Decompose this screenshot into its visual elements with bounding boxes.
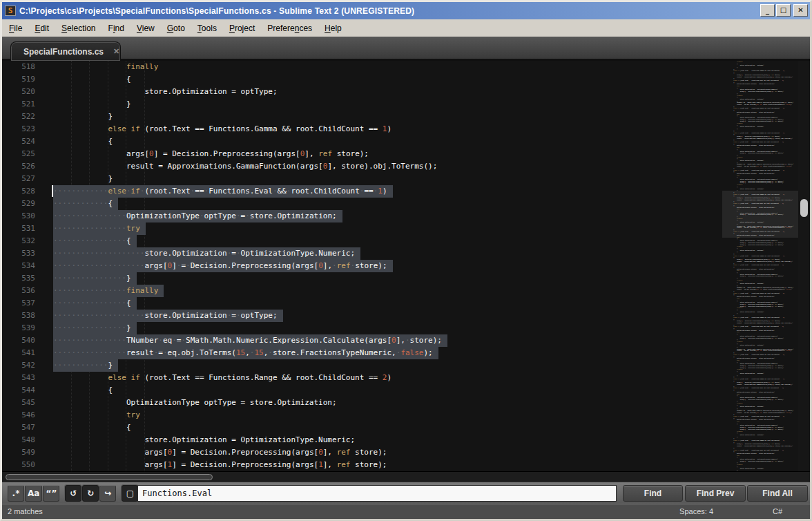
code-line[interactable]: 527 } [2,173,722,185]
line-number: 523 [2,123,35,135]
match-count: 2 matches [8,507,43,515]
code-line[interactable]: 548 store.Optimization = OptimizationTyp… [2,434,722,446]
window: S C:\Projects\cs\Projects\SpecialFunctio… [0,0,812,521]
wrap-toggle[interactable]: ↺ [65,485,81,502]
code-lines[interactable]: 518 finally519 {520 store.Optimization =… [2,61,722,471]
find-bar: .*Aa“”↺↻↪▢ Find Find Prev Find All [2,482,810,504]
line-number: 519 [2,73,35,86]
menu-item-help[interactable]: Help [319,21,347,35]
find-input[interactable] [137,485,617,502]
line-number: 548 [2,434,35,446]
line-number: 536 [2,285,35,297]
syntax-indicator[interactable]: C# [773,507,782,515]
find-button[interactable]: Find [623,485,683,502]
code-line[interactable]: 536················finally [2,285,722,297]
vertical-scrollbar[interactable] [798,61,810,471]
code-line[interactable]: 537················{ [2,297,722,310]
code-line[interactable]: 522 } [2,111,722,123]
menu-bar: FileEditSelectionFindViewGotoToolsProjec… [2,19,810,37]
line-number: 540 [2,334,35,347]
text-caret [52,185,53,197]
line-number: 542 [2,359,35,372]
status-bar: 2 matches Spaces: 4 C# [2,504,810,519]
code-line[interactable]: 538····················store.Optimizatio… [2,310,722,322]
code-line[interactable]: 542············} [2,359,722,372]
code-line[interactable]: 532················{ [2,235,722,247]
code-line[interactable]: 540················TNumber·eq·=·SMath.Ma… [2,334,722,347]
menu-item-file[interactable]: File [3,21,28,35]
line-number: 521 [2,98,35,111]
horizontal-scrollbar[interactable] [2,471,810,482]
tab-close-icon[interactable]: ✕ [113,47,119,56]
find-prev-button[interactable]: Find Prev [685,485,746,502]
code-line[interactable]: 539················} [2,322,722,334]
code-line[interactable]: 549 args[0] = Decision.Preprocessing(arg… [2,446,722,459]
line-number: 546 [2,409,35,421]
code-line[interactable]: 529············{ [2,198,722,210]
code-line[interactable]: 541················result·=·eq.obj.ToTer… [2,347,722,359]
code-line[interactable]: 534····················args[0]·=·Decisio… [2,260,722,272]
app-icon: S [5,6,16,16]
tab-label: SpecialFunctions.cs [11,47,104,57]
menu-item-find[interactable]: Find [103,21,130,35]
code-line[interactable]: 543 else if (root.Text == Functions.Rang… [2,372,722,384]
line-number: 541 [2,347,35,359]
regex-toggle[interactable]: .* [8,485,24,502]
menu-item-preferences[interactable]: Preferences [262,21,318,35]
title-bar[interactable]: S C:\Projects\cs\Projects\SpecialFunctio… [2,2,810,19]
code-line[interactable]: 523 else if (root.Text == Functions.Gamm… [2,123,722,135]
maximize-button[interactable]: □ [776,4,791,17]
vertical-scrollbar-thumb[interactable] [800,199,808,217]
line-number: 544 [2,384,35,397]
minimap-content: finally { store.Optimization = optType; … [724,61,798,471]
highlight-matches-toggle[interactable]: ▢ [122,485,138,502]
line-number: 532 [2,235,35,247]
line-number: 528 [2,185,35,198]
close-button[interactable]: ✕ [793,4,808,17]
code-line[interactable]: 524 { [2,135,722,148]
case-sensitive-toggle[interactable]: Aa [25,485,42,502]
code-line[interactable]: 544 { [2,384,722,397]
find-all-button[interactable]: Find All [747,485,808,502]
minimap-viewport[interactable] [722,191,798,238]
horizontal-scrollbar-thumb[interactable] [6,474,213,480]
in-selection-toggle[interactable]: ↻ [82,485,99,502]
code-line[interactable]: 546 try [2,409,722,421]
code-line[interactable]: 525 args[0] = Decision.Preprocessing(arg… [2,148,722,160]
use-buffer-toggle[interactable]: ↪ [99,485,116,502]
code-line[interactable]: 533····················store.Optimizatio… [2,247,722,260]
spaces-indicator[interactable]: Spaces: 4 [679,507,713,515]
code-line[interactable]: 530················OptimizationType·optT… [2,210,722,222]
line-number: 538 [2,310,35,322]
menu-item-project[interactable]: Project [224,21,260,35]
code-line[interactable]: 521 } [2,98,722,111]
menu-item-view[interactable]: View [131,21,160,35]
whole-word-toggle[interactable]: “” [43,485,59,502]
menu-item-edit[interactable]: Edit [29,21,55,35]
menu-item-goto[interactable]: Goto [162,21,191,35]
code-line[interactable]: 550 args[1] = Decision.Preprocessing(arg… [2,459,722,471]
code-line[interactable]: 526 result = Approximations.GammaFunctio… [2,160,722,173]
code-line[interactable]: 547 { [2,421,722,434]
line-number: 550 [2,459,35,471]
line-number: 530 [2,210,35,222]
code-line[interactable]: 531················try [2,222,722,235]
line-number: 534 [2,260,35,272]
line-number: 533 [2,247,35,260]
code-line[interactable]: 519 { [2,73,722,86]
tab-specialfunctions[interactable]: SpecialFunctions.cs ✕ [10,41,121,61]
minimap[interactable]: finally { store.Optimization = optType; … [722,61,798,471]
code-line[interactable]: 528············else·if·(root.Text·==·Fun… [2,185,722,198]
code-line[interactable]: 535················} [2,272,722,285]
line-number: 524 [2,135,35,148]
editor[interactable]: 518 finally519 {520 store.Optimization =… [2,61,810,471]
code-line[interactable]: 518 finally [2,61,722,73]
minimize-button[interactable]: _ [760,4,775,17]
line-number: 537 [2,297,35,310]
code-line[interactable]: 545 OptimizationType optType = store.Opt… [2,397,722,409]
menu-item-selection[interactable]: Selection [56,21,101,35]
menu-item-tools[interactable]: Tools [192,21,222,35]
line-number: 547 [2,421,35,434]
line-number: 527 [2,173,35,185]
code-line[interactable]: 520 store.Optimization = optType; [2,86,722,98]
